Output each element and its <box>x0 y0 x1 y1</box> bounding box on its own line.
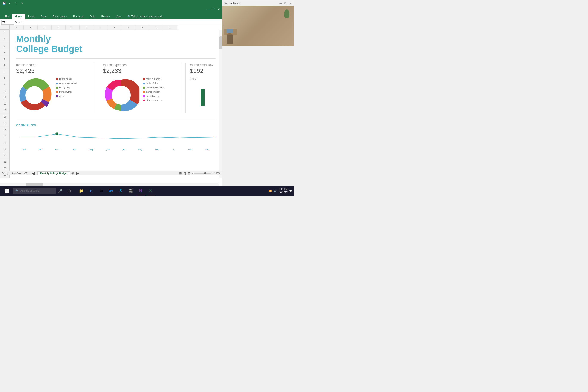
scrollbar-thumb[interactable] <box>220 36 222 49</box>
tab-review[interactable]: Review <box>98 14 112 19</box>
qat-save[interactable]: 💾 <box>2 1 6 5</box>
monthly-budget-sheet-tab[interactable]: Monthly College Budget <box>38 171 70 175</box>
formula-confirm[interactable]: ✓ <box>18 21 21 24</box>
formula-fx[interactable]: fx <box>22 21 24 24</box>
legend-dot-tuition <box>143 82 145 84</box>
legend-family-help: family help <box>56 86 77 90</box>
wifi-icon: 📶 <box>269 190 272 192</box>
qat-undo[interactable]: ↩ <box>8 1 12 5</box>
tab-home[interactable]: Home <box>12 14 25 19</box>
col-f: F <box>80 25 94 30</box>
formula-input[interactable] <box>24 20 221 24</box>
formula-icons: ✕ ✓ fx <box>15 21 24 24</box>
expenses-chart-title: march expenses: <box>103 63 177 66</box>
close-button[interactable]: ✕ <box>218 8 220 11</box>
zoom-in-button[interactable]: + <box>212 172 213 174</box>
zoom-slider[interactable] <box>194 173 211 174</box>
expenses-donut-svg <box>103 77 140 114</box>
edge-icon: e <box>90 189 92 193</box>
skype-button[interactable]: S <box>116 186 126 196</box>
onenote-minimize[interactable]: — <box>279 2 282 5</box>
start-button[interactable] <box>2 186 12 196</box>
legend-other-income: other <box>56 94 77 98</box>
budget-title-line1: Monthly <box>16 34 216 44</box>
laptop-screen <box>226 29 233 33</box>
cortana-mic-button[interactable]: 🎤 <box>57 188 64 194</box>
legend-label-savings: from savings <box>59 90 72 94</box>
vertical-scrollbar[interactable] <box>219 30 222 178</box>
status-bar-left: Ready AutoSave : Off <box>0 172 29 174</box>
autosave-status: AutoSave : Off <box>12 172 27 174</box>
cashflow-section-title: CASH FLOW <box>16 124 216 127</box>
tell-me-input[interactable]: 🔍 Tell me what you want to do <box>124 14 166 19</box>
legend-dot-transportation <box>143 91 145 93</box>
onenote-restore[interactable]: ❐ <box>284 2 287 5</box>
legend-dot-savings <box>56 91 58 93</box>
tab-file[interactable]: File <box>2 14 12 19</box>
excel-window: 💾 ↩ ↪ ▾ — ❐ ✕ File Home Insert Draw Page… <box>0 0 222 186</box>
row-7: 7 <box>0 68 10 75</box>
row-3: 3 <box>0 43 10 49</box>
month-jul: jul <box>123 148 125 151</box>
zoom-out-button[interactable]: - <box>192 172 193 174</box>
cashflow-march-dot-inner <box>56 133 58 135</box>
edge-button[interactable]: e <box>86 186 96 196</box>
charts-row: march income: $2,425 <box>16 63 216 114</box>
page-layout-view-button[interactable]: ▦ <box>184 172 186 175</box>
onenote-close[interactable]: ✕ <box>289 2 292 5</box>
legend-label-tuition: tuition & fees <box>146 81 160 86</box>
expenses-chart-section: march expenses: $2,233 <box>99 63 181 114</box>
onenote-button[interactable]: N <box>136 186 145 196</box>
spreadsheet-content[interactable]: Monthly College Budget march income: $2,… <box>10 30 222 178</box>
tab-insert[interactable]: Insert <box>25 14 38 19</box>
cell-reference-box[interactable]: T1 ▾ <box>1 20 14 24</box>
normal-view-button[interactable]: ⊞ <box>179 172 182 175</box>
restore-button[interactable]: ❐ <box>213 8 215 11</box>
notification-icon[interactable]: 💬 <box>289 190 292 192</box>
legend-dot-books <box>143 86 145 88</box>
tab-data[interactable]: Data <box>87 14 98 19</box>
task-view-button[interactable]: ❑ <box>64 186 74 196</box>
onenote-controls: — ❐ ✕ <box>279 2 292 5</box>
next-sheet-button[interactable]: ▶ <box>76 171 79 176</box>
cashflow-svg <box>16 130 218 145</box>
month-jan: jan <box>22 148 26 151</box>
tab-page-layout[interactable]: Page Layout <box>50 14 70 19</box>
month-sep: sep <box>155 148 159 151</box>
page-break-view-button[interactable]: ⊟ <box>188 172 191 175</box>
status-bar-right: ⊞ ▦ ⊟ - + 100% <box>179 172 222 175</box>
legend-room-board: room & board <box>143 77 164 81</box>
qat-redo[interactable]: ↪ <box>14 1 18 5</box>
video-button[interactable]: 🎬 <box>126 186 136 196</box>
qat-dropdown[interactable]: ▾ <box>20 1 24 5</box>
legend-label-wages: wages (after-tax) <box>59 81 77 86</box>
search-input[interactable] <box>20 189 50 192</box>
prev-sheet-button[interactable]: ◀ <box>32 171 35 176</box>
cashflow-line <box>20 134 214 138</box>
taskbar-search[interactable]: 🔍 <box>13 188 56 194</box>
horizontal-scroll-thumb[interactable] <box>26 183 43 186</box>
minimize-button[interactable]: — <box>208 8 210 11</box>
income-amount: $2,425 <box>16 68 90 74</box>
store-button[interactable]: 🛍 <box>106 186 116 196</box>
month-oct: oct <box>172 148 175 151</box>
mail-button[interactable]: ✉ <box>96 186 106 196</box>
file-explorer-button[interactable]: 📁 <box>76 186 86 196</box>
horizontal-scrollbar[interactable] <box>0 183 219 186</box>
column-headers: A B C D E F G H I J K L <box>10 25 177 30</box>
system-clock[interactable]: 9:40 PM 2/6/2017 <box>278 188 288 194</box>
excel-button[interactable]: X <box>146 186 155 196</box>
legend-dot-wages <box>56 82 58 84</box>
tab-formulas[interactable]: Formulas <box>70 14 87 19</box>
add-sheet-button[interactable]: ⊕ <box>70 171 75 176</box>
month-dec: dec <box>205 148 209 151</box>
legend-tuition: tuition & fees <box>143 81 164 86</box>
tab-view[interactable]: View <box>113 14 124 19</box>
tab-draw[interactable]: Draw <box>38 14 50 19</box>
excel-icon: X <box>149 188 152 193</box>
col-l: L <box>163 25 177 30</box>
legend-label-other-expenses: other expenses <box>146 98 162 102</box>
skype-icon: S <box>120 189 122 193</box>
formula-cancel[interactable]: ✕ <box>15 21 18 24</box>
cashflow-note: n the <box>190 77 216 80</box>
